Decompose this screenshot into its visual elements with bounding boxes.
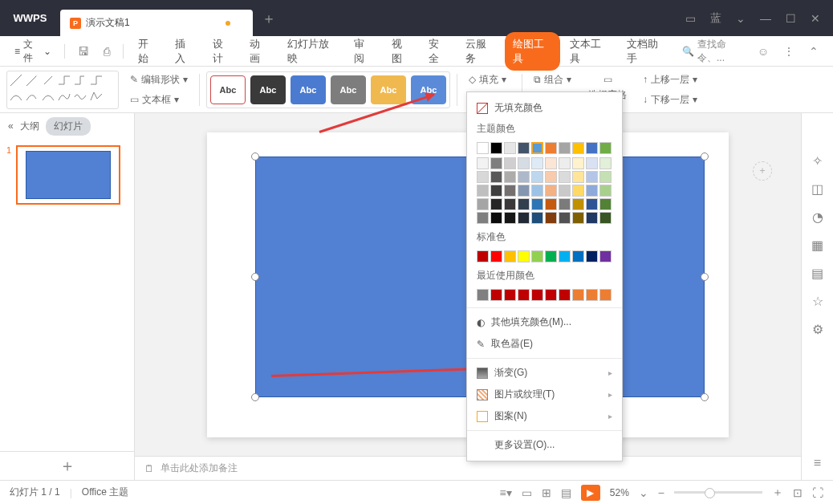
- menu-insert[interactable]: 插入: [167, 32, 202, 71]
- style-swatch-0[interactable]: Abc: [210, 75, 246, 104]
- color-swatch[interactable]: [545, 250, 557, 262]
- zoom-in-button[interactable]: ＋: [772, 486, 783, 500]
- style-swatch-3[interactable]: Abc: [331, 75, 366, 104]
- expand-button[interactable]: ⛶: [812, 486, 823, 499]
- app-dropdown-icon[interactable]: ⌄: [736, 12, 746, 25]
- text-box-button[interactable]: ▭ 文本框 ▾: [125, 91, 193, 108]
- color-swatch[interactable]: [504, 212, 516, 224]
- gear-icon[interactable]: ⚙: [812, 322, 823, 337]
- color-swatch[interactable]: [518, 212, 530, 224]
- resize-handle-tl[interactable]: [251, 152, 259, 161]
- color-swatch[interactable]: [572, 198, 584, 210]
- color-swatch[interactable]: [490, 142, 502, 154]
- color-swatch[interactable]: [490, 250, 502, 262]
- add-placeholder-button[interactable]: ＋: [753, 161, 772, 181]
- save-icon[interactable]: 🖫: [71, 42, 95, 61]
- color-swatch[interactable]: [477, 157, 489, 169]
- normal-view-icon[interactable]: ▭: [522, 486, 532, 499]
- color-swatch[interactable]: [477, 171, 489, 183]
- color-swatch[interactable]: [559, 198, 571, 210]
- color-swatch[interactable]: [586, 212, 598, 224]
- tune-icon[interactable]: ≡: [814, 456, 821, 470]
- color-swatch[interactable]: [572, 212, 584, 224]
- color-swatch[interactable]: [545, 212, 557, 224]
- color-swatch[interactable]: [572, 250, 584, 262]
- color-swatch[interactable]: [477, 142, 489, 154]
- color-swatch[interactable]: [559, 250, 571, 262]
- zoom-out-button[interactable]: −: [658, 486, 664, 499]
- color-swatch[interactable]: [599, 198, 612, 210]
- color-swatch[interactable]: [490, 198, 502, 210]
- color-swatch[interactable]: [477, 212, 489, 224]
- color-swatch[interactable]: [559, 185, 571, 197]
- color-swatch[interactable]: [504, 289, 516, 301]
- layout-icon[interactable]: ▭: [685, 12, 696, 25]
- resize-handle-br[interactable]: [701, 393, 709, 401]
- color-swatch[interactable]: [477, 250, 489, 262]
- color-swatch[interactable]: [572, 157, 584, 169]
- sorter-view-icon[interactable]: ⊞: [542, 486, 551, 499]
- color-swatch[interactable]: [531, 212, 543, 224]
- color-swatch[interactable]: [599, 142, 612, 154]
- resize-handle-mr[interactable]: [701, 273, 709, 281]
- color-swatch[interactable]: [572, 171, 584, 183]
- template-icon[interactable]: ▦: [811, 238, 823, 253]
- new-tab-button[interactable]: ＋: [253, 0, 285, 36]
- menu-start[interactable]: 开始: [130, 32, 165, 71]
- color-swatch[interactable]: [572, 185, 584, 197]
- eyedropper-option[interactable]: ✎ 取色器(E): [467, 333, 622, 355]
- slides-tab[interactable]: 幻灯片: [46, 117, 91, 136]
- color-swatch[interactable]: [504, 250, 516, 262]
- outline-tab[interactable]: 大纲: [20, 120, 39, 133]
- more-colors-option[interactable]: ◐ 其他填充颜色(M)...: [467, 311, 622, 333]
- color-swatch[interactable]: [504, 198, 516, 210]
- zoom-level[interactable]: 52%: [610, 487, 629, 498]
- collapse-ribbon-icon[interactable]: ⌃: [803, 42, 825, 61]
- play-button[interactable]: ▶: [581, 485, 600, 501]
- more-icon[interactable]: ⋮: [777, 42, 801, 61]
- color-swatch[interactable]: [490, 212, 502, 224]
- edit-shape-button[interactable]: ✎ 编辑形状 ▾: [125, 71, 193, 88]
- style-swatch-2[interactable]: Abc: [291, 75, 326, 104]
- color-swatch[interactable]: [559, 289, 571, 301]
- send-backward-button[interactable]: ↓ 下移一层 ▾: [638, 91, 702, 108]
- shape-props-icon[interactable]: ◫: [811, 181, 823, 197]
- style-swatch-1[interactable]: Abc: [250, 75, 286, 104]
- smiley-icon[interactable]: ☺: [751, 42, 775, 61]
- color-swatch[interactable]: [518, 289, 530, 301]
- menu-view[interactable]: 视图: [384, 32, 419, 71]
- gradient-option[interactable]: 渐变(G)▸: [467, 362, 622, 384]
- color-swatch[interactable]: [586, 250, 598, 262]
- color-swatch[interactable]: [477, 289, 489, 301]
- color-swatch[interactable]: [545, 171, 557, 183]
- menu-design[interactable]: 设计: [205, 32, 240, 71]
- color-swatch[interactable]: [477, 185, 489, 197]
- close-button[interactable]: ✕: [811, 12, 820, 25]
- color-swatch[interactable]: [586, 157, 598, 169]
- slide-thumbnail[interactable]: [16, 145, 120, 205]
- color-swatch[interactable]: [504, 171, 516, 183]
- color-swatch[interactable]: [518, 171, 530, 183]
- command-search[interactable]: 🔍 查找命令、...: [682, 38, 750, 65]
- color-swatch[interactable]: [599, 212, 612, 224]
- menu-doc-help[interactable]: 文档助手: [619, 32, 674, 71]
- combine-button[interactable]: ⧉ 组合 ▾: [529, 71, 577, 88]
- color-swatch[interactable]: [559, 142, 571, 154]
- file-menu[interactable]: ≡ 文件 ⌄: [8, 35, 58, 68]
- color-swatch[interactable]: [545, 185, 557, 197]
- color-swatch[interactable]: [572, 142, 584, 154]
- color-swatch[interactable]: [545, 198, 557, 210]
- color-swatch[interactable]: [559, 157, 571, 169]
- color-swatch[interactable]: [531, 250, 543, 262]
- menu-slideshow[interactable]: 幻灯片放映: [279, 32, 344, 71]
- no-fill-option[interactable]: 无填充颜色: [467, 97, 622, 119]
- resource-icon[interactable]: ▤: [811, 266, 823, 281]
- color-swatch[interactable]: [599, 157, 612, 169]
- resize-handle-ml[interactable]: [251, 273, 259, 281]
- color-swatch[interactable]: [586, 198, 598, 210]
- color-swatch[interactable]: [599, 185, 612, 197]
- pattern-option[interactable]: 图案(N)▸: [467, 405, 622, 427]
- panel-collapse[interactable]: «: [8, 120, 14, 132]
- menu-cloud[interactable]: 云服务: [457, 32, 503, 71]
- palette-icon[interactable]: ◔: [812, 209, 823, 225]
